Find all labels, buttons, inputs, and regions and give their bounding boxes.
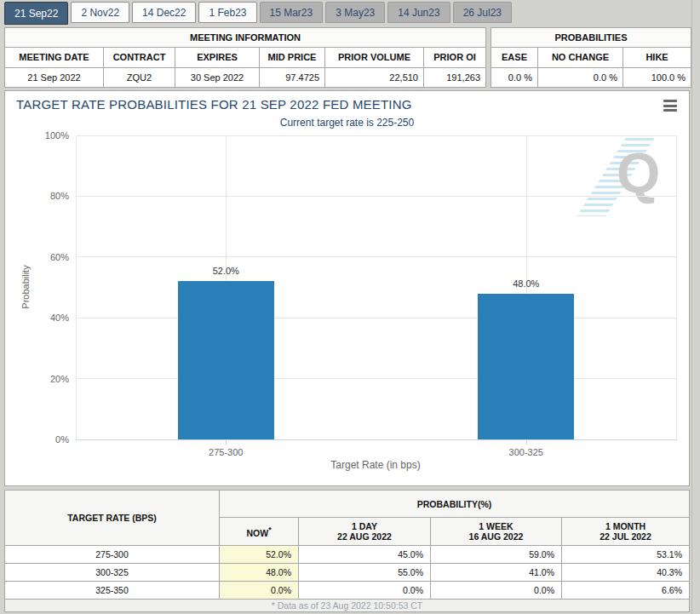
tab-14-dec22[interactable]: 14 Dec22 bbox=[132, 2, 196, 23]
now-header: NOW* bbox=[220, 518, 299, 546]
probabilities-title: PROBABILITIES bbox=[491, 28, 691, 48]
data-as-of-footnote: * Data as of 23 Aug 2022 10:50:53 CT bbox=[5, 600, 690, 612]
xaxis-title: Target Rate (in bps) bbox=[290, 459, 461, 471]
meeting-date-tabs: 21 Sep22 2 Nov22 14 Dec22 1 Feb23 15 Mar… bbox=[4, 2, 512, 25]
day-275-300: 45.0% bbox=[299, 546, 431, 564]
tab-3-may23[interactable]: 3 May23 bbox=[325, 2, 385, 23]
probability-history-table: TARGET RATE (BPS) PROBABILITY(%) NOW* 1 … bbox=[4, 490, 690, 612]
chart-title: TARGET RATE PROBABILITIES FOR 21 SEP 202… bbox=[16, 97, 412, 112]
prior-volume-value: 22,510 bbox=[325, 67, 424, 87]
ytick-40%: 40% bbox=[35, 313, 69, 323]
col-prior-oi: PRIOR OI bbox=[424, 48, 486, 67]
col-prior-volume: PRIOR VOLUME bbox=[325, 48, 424, 67]
ytick-80%: 80% bbox=[35, 191, 69, 201]
contract-value: ZQU2 bbox=[104, 67, 175, 87]
col-ease: EASE bbox=[491, 48, 538, 67]
now-275-300: 52.0% bbox=[220, 546, 299, 564]
chart-context-menu-icon[interactable] bbox=[663, 100, 677, 112]
mid-price-value: 97.4725 bbox=[260, 67, 325, 87]
xtick-label-300-325: 300-325 bbox=[475, 447, 577, 457]
now-300-325: 48.0% bbox=[220, 564, 299, 582]
week-300-325: 41.0% bbox=[431, 564, 562, 582]
prior-oi-value: 191,263 bbox=[424, 67, 486, 87]
rate-300-325: 300-325 bbox=[5, 564, 220, 582]
meeting-information-table: MEETING INFORMATION MEETING DATE CONTRAC… bbox=[4, 27, 486, 88]
week-325-350: 0.0% bbox=[431, 582, 562, 600]
ytick-60%: 60% bbox=[35, 252, 69, 262]
gridline-20% bbox=[76, 378, 676, 379]
meeting-date-value: 21 Sep 2022 bbox=[5, 67, 104, 87]
expires-value: 30 Sep 2022 bbox=[175, 67, 260, 87]
tab-14-jun23[interactable]: 14 Jun23 bbox=[387, 2, 450, 23]
one-day-header: 1 DAY22 AUG 2022 bbox=[299, 518, 431, 546]
x-tick-275-300 bbox=[226, 440, 227, 445]
hike-value: 100.0 % bbox=[623, 67, 691, 87]
gridline-100% bbox=[76, 135, 676, 136]
probability-history-panel: TARGET RATE (BPS) PROBABILITY(%) NOW* 1 … bbox=[4, 490, 690, 611]
yaxis-title: Probability bbox=[20, 236, 31, 338]
tab-26-jul23[interactable]: 26 Jul23 bbox=[453, 2, 512, 23]
ease-value: 0.0 % bbox=[491, 67, 538, 87]
tab-2-nov22[interactable]: 2 Nov22 bbox=[71, 2, 129, 23]
tab-1-feb23[interactable]: 1 Feb23 bbox=[198, 2, 256, 23]
ytick-20%: 20% bbox=[35, 374, 69, 384]
one-week-header: 1 WEEK16 AUG 2022 bbox=[431, 518, 562, 546]
table-row: 300-325 48.0% 55.0% 41.0% 40.3% bbox=[5, 564, 690, 582]
bar-275-300[interactable] bbox=[178, 281, 274, 439]
rate-275-300: 275-300 bbox=[5, 546, 220, 564]
col-mid-price: MID PRICE bbox=[260, 48, 325, 67]
table-row: 275-300 52.0% 45.0% 59.0% 53.1% bbox=[5, 546, 690, 564]
target-rate-chart: TARGET RATE PROBABILITIES FOR 21 SEP 202… bbox=[4, 90, 690, 486]
x-axis-line bbox=[76, 439, 677, 440]
tab-21-sep22[interactable]: 21 Sep22 bbox=[4, 2, 68, 25]
rate-325-350: 325-350 bbox=[5, 582, 220, 600]
gridline-80% bbox=[76, 196, 676, 197]
probabilities-table: PROBABILITIES EASE NO CHANGE HIKE 0.0 % … bbox=[491, 27, 691, 88]
plot-right-border bbox=[676, 135, 677, 439]
col-meeting-date: MEETING DATE bbox=[5, 48, 104, 67]
col-no-change: NO CHANGE bbox=[538, 48, 623, 67]
day-300-325: 55.0% bbox=[299, 564, 431, 582]
info-row: MEETING INFORMATION MEETING DATE CONTRAC… bbox=[4, 27, 690, 88]
gridline-40% bbox=[76, 318, 676, 318]
target-rate-bps-header: TARGET RATE (BPS) bbox=[5, 491, 220, 546]
x-tick-300-325 bbox=[526, 440, 527, 445]
col-contract: CONTRACT bbox=[104, 48, 175, 67]
tab-15-mar23[interactable]: 15 Mar23 bbox=[260, 2, 324, 23]
right-frame-line bbox=[691, 0, 692, 614]
no-change-value: 0.0 % bbox=[538, 67, 623, 87]
bar-300-325[interactable] bbox=[478, 294, 574, 439]
bar-value-label-275-300: 52.0% bbox=[192, 266, 260, 276]
month-325-350: 6.6% bbox=[562, 582, 690, 600]
chart-subtitle: Current target rate is 225-250 bbox=[5, 117, 689, 129]
gridline-60% bbox=[76, 256, 676, 257]
bar-value-label-300-325: 48.0% bbox=[492, 278, 560, 289]
day-325-350: 0.0% bbox=[299, 582, 431, 600]
probability-group-header: PROBABILITY(%) bbox=[220, 491, 690, 518]
one-month-header: 1 MONTH22 JUL 2022 bbox=[562, 518, 690, 546]
col-hike: HIKE bbox=[623, 48, 691, 67]
xtick-label-275-300: 275-300 bbox=[175, 447, 277, 457]
now-325-350: 0.0% bbox=[220, 582, 299, 600]
month-275-300: 53.1% bbox=[562, 546, 690, 564]
table-row: 325-350 0.0% 0.0% 0.0% 6.6% bbox=[5, 582, 690, 600]
ytick-100%: 100% bbox=[35, 130, 69, 141]
week-275-300: 59.0% bbox=[431, 546, 562, 564]
meeting-info-title: MEETING INFORMATION bbox=[5, 28, 486, 48]
month-300-325: 40.3% bbox=[562, 564, 690, 582]
plot-left-border bbox=[76, 135, 77, 439]
col-expires: EXPIRES bbox=[175, 48, 260, 67]
ytick-0%: 0% bbox=[35, 434, 69, 445]
